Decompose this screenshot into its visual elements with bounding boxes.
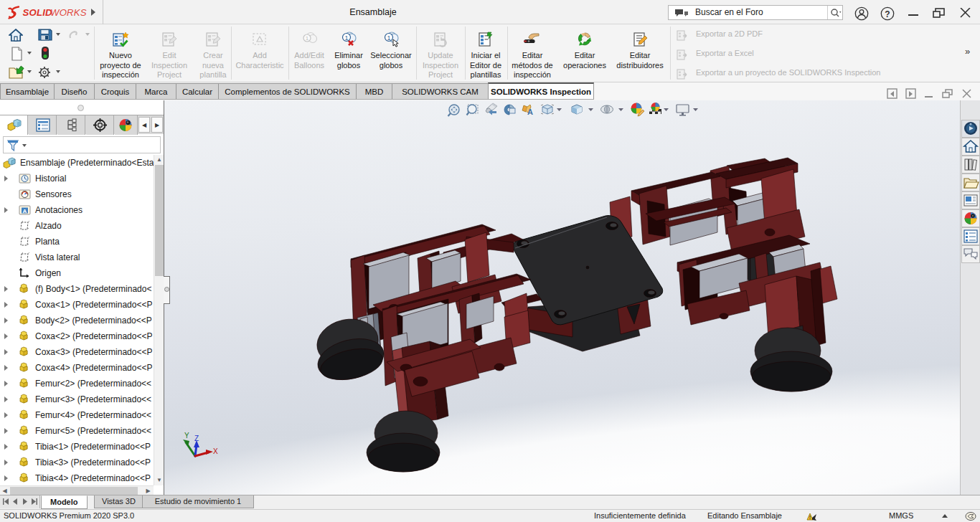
- svg-text:1: 1: [387, 34, 390, 42]
- svg-text:!: !: [809, 515, 811, 520]
- svg-text:?: ?: [885, 9, 890, 19]
- svg-text:WORKS: WORKS: [50, 7, 87, 18]
- svg-text:SOLID: SOLID: [23, 7, 53, 18]
- svg-text:1: 1: [306, 35, 309, 42]
- svg-text:A: A: [23, 208, 27, 214]
- svg-text:A: A: [527, 108, 533, 116]
- svg-text:1: 1: [344, 34, 348, 42]
